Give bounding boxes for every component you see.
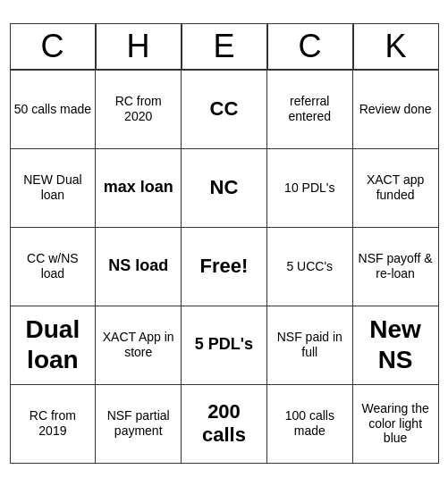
header-row: CHECK: [10, 23, 439, 70]
cell-0-2: CC: [182, 71, 267, 149]
header-letter-c: C: [267, 23, 353, 70]
cell-1-2: NC: [182, 149, 267, 228]
cell-1-1: max loan: [96, 149, 182, 228]
cell-1-0: NEW Dual loan: [11, 149, 97, 228]
cell-3-4: New NS: [353, 306, 439, 385]
cell-4-3: 100 calls made: [267, 385, 353, 464]
bingo-card: CHECK 50 calls madeRC from 2020CCreferra…: [10, 23, 439, 464]
cell-1-4: XACT app funded: [353, 149, 439, 228]
cell-4-0: RC from 2019: [11, 385, 97, 464]
cell-0-3: referral entered: [267, 71, 353, 149]
header-letter-h: H: [96, 23, 182, 70]
cell-3-0: Dual loan: [11, 306, 97, 385]
cell-4-4: Wearing the color light blue: [353, 385, 439, 464]
cell-3-1: XACT App in store: [96, 306, 182, 385]
cell-2-1: NS load: [96, 228, 182, 306]
header-letter-k: K: [353, 23, 439, 70]
cell-2-2: Free!: [182, 228, 267, 306]
cell-4-2: 200 calls: [182, 385, 267, 464]
header-letter-c: C: [10, 23, 96, 70]
cell-0-4: Review done: [353, 71, 439, 149]
cell-0-1: RC from 2020: [96, 71, 182, 149]
cell-2-3: 5 UCC's: [267, 228, 353, 306]
cell-0-0: 50 calls made: [11, 71, 97, 149]
cell-2-4: NSF payoff & re-loan: [353, 228, 439, 306]
cell-3-2: 5 PDL's: [182, 306, 267, 385]
cell-2-0: CC w/NS load: [11, 228, 97, 306]
cell-4-1: NSF partial payment: [96, 385, 182, 464]
cell-1-3: 10 PDL's: [267, 149, 353, 228]
bingo-grid: 50 calls madeRC from 2020CCreferral ente…: [10, 70, 439, 464]
header-letter-e: E: [182, 23, 267, 70]
cell-3-3: NSF paid in full: [267, 306, 353, 385]
